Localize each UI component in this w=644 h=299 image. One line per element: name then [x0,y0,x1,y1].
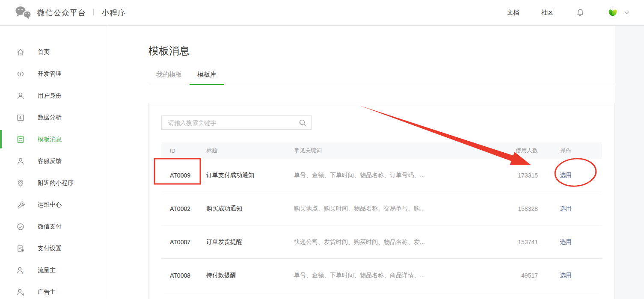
sidebar-item-label: 用户身份 [38,92,62,100]
brand-subtitle: 小程序 [101,8,126,18]
template-keywords: 单号、金额、下单时间、物品名称、订单号码、... [294,172,469,179]
svg-text:¥: ¥ [21,271,24,275]
template-keywords: 购买地点、购买时间、物品名称、交易单号、购... [294,205,469,213]
template-title: 购买成功通知 [206,205,294,213]
template-title: 订单支付成功通知 [206,172,294,179]
sidebar-nav: 首页 开发管理 用户身份 数据分析 [0,26,108,299]
table-row: AT0007 订单发货提醒 快递公司、发货时间、购买时间、物品名称、发... 1… [161,225,602,259]
sidebar-item-traffic-owner[interactable]: ¥ 流量主 [0,259,108,281]
template-users: 153741 [469,239,538,246]
sidebar-item-feedback[interactable]: 客服反馈 [0,150,108,172]
user-icon [16,92,25,100]
brand-home-link[interactable]: 微信公众平台 丨 小程序 [14,5,126,21]
account-avatar [606,6,619,19]
sidebar-item-label: 首页 [38,48,50,56]
tab-my-templates[interactable]: 我的模板 [148,71,190,85]
sidebar-item-label: 模板消息 [38,136,62,143]
col-header-title: 标题 [206,147,294,154]
sidebar-item-label: 流量主 [38,266,56,274]
table-row: AT0008 待付款提醒 单号、金额、下单时间、物品名称、商品详情、... 49… [161,259,602,292]
template-table: ID 标题 常见关键词 使用人数 操作 AT0009 订单支付成功通知 单号、金… [161,142,602,292]
template-keywords: 单号、金额、下单时间、物品名称、商品详情、... [294,272,469,279]
template-title: 待付款提醒 [206,272,294,279]
template-id: AT0007 [170,239,206,246]
docs-link[interactable]: 文档 [507,9,519,17]
sidebar-item-analytics[interactable]: 数据分析 [0,107,108,128]
sidebar-item-nearby[interactable]: 附近的小程序 [0,172,108,194]
table-header-row: ID 标题 常见关键词 使用人数 操作 [161,142,602,159]
traffic-icon: ¥ [16,266,25,275]
col-header-action: 操作 [538,147,594,154]
template-library-panel: ID 标题 常见关键词 使用人数 操作 AT0009 订单支付成功通知 单号、金… [148,103,615,299]
tab-bar: 我的模板 模板库 [148,67,615,85]
sidebar-item-pay-settings[interactable]: 支付设置 [0,237,108,259]
advertiser-icon [16,288,25,296]
col-header-keywords: 常见关键词 [294,147,469,154]
wechat-logo-icon [14,5,32,21]
sidebar-item-label: 客服反馈 [38,157,62,165]
sidebar-item-label: 微信支付 [38,223,62,231]
template-users: 49517 [469,272,538,279]
sidebar-item-advertiser[interactable]: 广告主 [0,281,108,299]
sidebar-item-label: 支付设置 [38,245,62,252]
community-link[interactable]: 社区 [541,9,553,17]
home-icon [16,48,25,56]
search-box [161,115,312,130]
top-header: 微信公众平台 丨 小程序 文档 社区 [0,0,644,26]
template-title: 订单发货提醒 [206,238,294,246]
location-icon [16,179,25,187]
template-id: AT0002 [170,205,206,212]
select-template-button[interactable]: 选用 [560,272,572,278]
template-id: AT0008 [170,272,206,279]
wrench-icon [16,201,25,209]
select-template-button[interactable]: 选用 [560,238,572,245]
template-id: AT0009 [170,172,206,179]
search-icon[interactable] [298,118,307,127]
select-template-button[interactable]: 选用 [560,205,572,212]
notification-bell-icon[interactable] [576,8,585,18]
table-row: AT0009 订单支付成功通知 单号、金额、下单时间、物品名称、订单号码、...… [161,159,602,192]
tab-template-library[interactable]: 模板库 [190,71,224,85]
sidebar-item-ops-center[interactable]: 运维中心 [0,194,108,216]
main-content: 模板消息 我的模板 模板库 ID 标题 常见关键词 使用人数 操作 AT0009 [108,26,615,299]
account-menu[interactable] [606,6,629,19]
col-header-users: 使用人数 [469,147,538,154]
sidebar-item-label: 开发管理 [38,70,62,78]
sidebar-item-user-identity[interactable]: 用户身份 [0,85,108,107]
template-users: 173315 [469,172,538,179]
chart-icon [16,113,25,122]
sidebar-item-label: 附近的小程序 [38,179,74,187]
template-icon [16,135,25,144]
template-keywords: 快递公司、发货时间、购买时间、物品名称、发... [294,238,469,246]
sidebar-item-label: 数据分析 [38,114,62,121]
pay-settings-icon [16,244,25,253]
search-input[interactable] [162,116,311,129]
chevron-down-icon [624,11,629,15]
sidebar-item-dev[interactable]: 开发管理 [0,63,108,85]
feedback-icon [16,157,25,166]
sidebar-item-wechat-pay[interactable]: 微信支付 [0,216,108,237]
page-background-gutter [615,26,644,299]
sidebar-item-home[interactable]: 首页 [0,41,108,63]
brand-separator: 丨 [90,8,97,17]
sidebar-item-label: 广告主 [38,288,56,296]
col-header-id: ID [170,148,206,154]
select-template-button[interactable]: 选用 [560,172,572,178]
table-row: AT0002 购买成功通知 购买地点、购买时间、物品名称、交易单号、购... 1… [161,192,602,225]
code-icon [16,70,25,78]
template-users: 158328 [469,205,538,212]
sidebar-item-template-message[interactable]: 模板消息 [0,128,108,150]
pay-check-icon [16,222,25,231]
sidebar-item-label: 运维中心 [38,201,62,209]
page-title: 模板消息 [148,45,615,57]
brand-title: 微信公众平台 [37,8,86,18]
